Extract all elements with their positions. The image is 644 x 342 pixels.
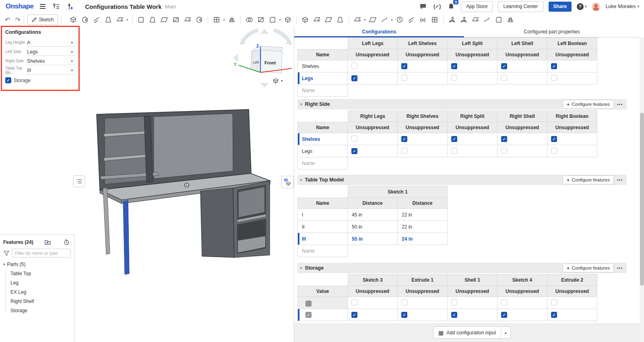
flange-icon[interactable]	[458, 14, 469, 25]
fillet-icon[interactable]	[136, 14, 146, 25]
table-row[interactable]: Shelves	[297, 60, 597, 72]
chevron-down-icon[interactable]: ▾	[71, 59, 73, 63]
table-row[interactable]: Legs	[297, 145, 597, 157]
suppression-cell[interactable]	[497, 297, 547, 309]
checkbox-checked[interactable]	[551, 136, 557, 142]
suppression-cell[interactable]	[448, 145, 497, 157]
checkbox-checked[interactable]	[501, 312, 507, 318]
comment-icon[interactable]	[419, 2, 427, 11]
configure-features-button[interactable]: +Configure features	[563, 264, 614, 272]
add-configuration-input-button[interactable]: ▦ Add configuration input ▴	[433, 326, 511, 339]
chevron-down-icon[interactable]: ∨	[300, 266, 303, 270]
table-row[interactable]: I45 in22 in	[297, 209, 448, 221]
frames-icon[interactable]	[429, 14, 440, 25]
checkbox-checked[interactable]	[305, 312, 312, 318]
boss-extrude-icon[interactable]	[68, 14, 78, 25]
checkbox-unchecked[interactable]	[351, 299, 357, 305]
shell-icon[interactable]	[182, 14, 193, 25]
rotate-down-arrow[interactable]	[260, 83, 268, 88]
row-name-cell[interactable]: III	[297, 233, 348, 245]
suppression-cell[interactable]	[547, 145, 597, 157]
suppression-cell[interactable]	[547, 309, 597, 321]
new-row-name-input[interactable]: Name	[297, 245, 348, 257]
row-name-cell[interactable]: Shelves	[297, 133, 348, 145]
checkbox-checked[interactable]	[501, 63, 507, 69]
mutual-trim-icon[interactable]	[323, 14, 334, 25]
suppression-cell[interactable]	[348, 72, 398, 84]
checkbox-checked[interactable]	[401, 136, 407, 142]
suppression-cell[interactable]	[398, 309, 448, 321]
hole-icon[interactable]	[194, 14, 204, 25]
checkbox-unchecked[interactable]	[551, 299, 557, 305]
row-value-checkbox[interactable]	[305, 299, 312, 307]
configuration-panel-toggle-button[interactable]	[281, 176, 294, 188]
row-name-cell[interactable]	[297, 309, 348, 321]
user-menu[interactable]: Luke Morales ▾	[605, 4, 639, 9]
suppression-cell[interactable]	[348, 297, 398, 309]
overflow-menu-button[interactable]: •••	[615, 264, 624, 272]
insert-new-tab-icon[interactable]	[66, 2, 74, 11]
checkbox-checked[interactable]	[451, 136, 457, 142]
part-item-storage[interactable]: Storage	[0, 306, 74, 315]
checkbox-unchecked[interactable]	[551, 148, 557, 154]
3d-viewport[interactable]: Left Front Z Y X ▾ Configurations Leg He…	[0, 27, 294, 342]
help-menu-button[interactable]: ? ▾	[577, 3, 587, 10]
table-row[interactable]: Name	[297, 245, 448, 257]
dropdown-caret-icon[interactable]: ▾	[364, 18, 366, 22]
checkbox-checked[interactable]	[551, 312, 557, 318]
notifications-bell-icon[interactable]: 3	[447, 2, 456, 11]
checkbox-checked[interactable]	[351, 75, 357, 81]
suppression-cell[interactable]	[348, 60, 398, 72]
suppression-cell[interactable]	[398, 145, 448, 157]
suppression-cell[interactable]	[398, 133, 448, 145]
part-item-table-top[interactable]: Table Top	[0, 269, 74, 278]
chevron-up-icon[interactable]: ▴	[501, 331, 510, 335]
table-row[interactable]: Legs	[297, 72, 597, 84]
value-cell[interactable]: 45 in	[348, 209, 398, 221]
chevron-down-icon[interactable]: ▾	[71, 41, 73, 45]
chamfer-icon[interactable]	[147, 14, 158, 25]
checkbox-unchecked[interactable]	[501, 148, 507, 154]
value-cell[interactable]: 55 in	[348, 233, 398, 245]
suppression-cell[interactable]	[497, 309, 547, 321]
suppression-cell[interactable]	[547, 72, 597, 84]
suppression-cell[interactable]	[448, 133, 497, 145]
curves-icon[interactable]	[379, 14, 390, 25]
row-name-cell[interactable]: I	[297, 209, 348, 221]
sketch-button[interactable]: Sketch	[27, 14, 58, 25]
tab-configured-part-properties[interactable]: Configured part properties	[464, 27, 640, 37]
value-cell[interactable]: 22 in	[398, 221, 448, 233]
table-row[interactable]: Name	[297, 84, 597, 97]
suppression-cell[interactable]	[547, 297, 597, 309]
row-name-cell[interactable]: Legs	[297, 72, 348, 84]
bend-icon[interactable]	[482, 14, 492, 25]
rib-icon[interactable]	[171, 14, 181, 25]
checkbox-unchecked[interactable]	[501, 299, 507, 305]
mirror-icon[interactable]	[227, 14, 237, 25]
checkbox-checked[interactable]	[551, 63, 557, 69]
suppression-cell[interactable]	[398, 72, 448, 84]
suppression-cell[interactable]	[547, 60, 597, 72]
checkbox-unchecked[interactable]	[401, 299, 407, 305]
share-button[interactable]: Share	[549, 2, 572, 12]
modify-fillet-icon[interactable]	[267, 14, 278, 25]
versions-history-icon[interactable]	[52, 2, 61, 11]
enclose-icon[interactable]	[335, 14, 345, 25]
checkbox-checked[interactable]	[351, 148, 357, 154]
sweep-icon[interactable]	[91, 14, 102, 25]
suppression-cell[interactable]	[348, 309, 398, 321]
chevron-down-icon[interactable]: ∨	[300, 102, 303, 106]
checkbox-checked[interactable]	[351, 312, 357, 318]
checkbox-checked[interactable]	[501, 136, 507, 142]
helix-icon[interactable]	[394, 14, 405, 25]
filter-funnel-icon[interactable]	[3, 249, 10, 257]
move-face-icon[interactable]	[300, 14, 310, 25]
configure-features-button[interactable]: +Configure features	[563, 100, 614, 109]
dropdown-caret-icon[interactable]: ▾	[127, 18, 128, 22]
suppression-cell[interactable]	[497, 60, 547, 72]
checkbox-unchecked[interactable]	[451, 75, 457, 81]
row-name-cell[interactable]: Legs	[297, 145, 348, 157]
suppression-cell[interactable]	[398, 297, 448, 309]
view-options-menu[interactable]: ▾	[272, 77, 283, 84]
config-dropdown-table-top-mo-[interactable]: Table Top Mo...III▾	[5, 66, 75, 75]
